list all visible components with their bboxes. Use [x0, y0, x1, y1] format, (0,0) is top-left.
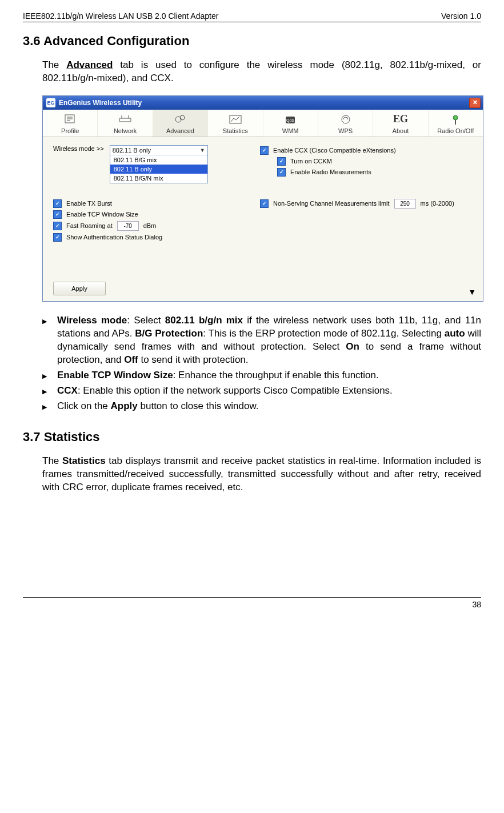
close-icon[interactable]: ✕ — [469, 98, 481, 108]
svg-rect-4 — [119, 118, 131, 122]
tab-label: Statistics — [223, 127, 248, 134]
tab-radio[interactable]: Radio On/Off — [429, 110, 483, 137]
enable-ccx-checkbox[interactable]: ✓ — [260, 146, 269, 155]
enable-ccx-label: Enable CCX (Cisco Compatible eXtensions) — [273, 147, 396, 154]
bullet-wireless-mode: Wireless mode: Select 802.11 b/g/n mix i… — [57, 314, 481, 367]
wireless-opt[interactable]: 802.11 B only — [110, 165, 207, 174]
enable-tcp-window-checkbox[interactable]: ✓ — [53, 210, 62, 219]
bullet-apply: Click on the Apply button to close this … — [57, 400, 481, 413]
tab-label: About — [393, 127, 409, 134]
header-left: IEEE802.11b/g/n Wireless LAN USB 2.0 Cli… — [23, 11, 218, 21]
tab-wmm[interactable]: QoS WMM — [263, 110, 318, 137]
page-number: 38 — [472, 600, 481, 609]
tab-label: WPS — [338, 127, 353, 134]
about-icon: EG — [393, 113, 409, 126]
tab-strip: Profile Network Advanced Statistics — [43, 110, 483, 137]
qos-icon: QoS — [282, 113, 298, 126]
tab-label: Advanced — [166, 127, 194, 134]
tab-statistics[interactable]: Statistics — [208, 110, 263, 137]
fast-roaming-input[interactable]: -70 — [117, 221, 139, 231]
tab-label: WMM — [282, 127, 299, 134]
bullet-ccx: CCX: Enable this option if the network s… — [57, 385, 481, 398]
tab-wps[interactable]: WPS — [318, 110, 373, 137]
wps-icon — [338, 113, 354, 126]
collapse-icon[interactable]: ▼ — [468, 287, 476, 297]
fast-roaming-suffix: dBm — [143, 222, 157, 229]
svg-point-13 — [453, 115, 458, 120]
chevron-down-icon: ▼ — [200, 147, 205, 153]
wireless-opt[interactable]: 802.11 B/G mix — [110, 155, 207, 165]
tab-advanced[interactable]: Advanced — [153, 110, 208, 137]
fast-roaming-label: Fast Roaming at — [66, 222, 113, 229]
wireless-mode-select[interactable]: 802.11 B only ▼ 802.11 B/G mix 802.11 B … — [110, 145, 208, 183]
wireless-mode-current: 802.11 B only — [113, 147, 151, 154]
nscm-checkbox[interactable]: ✓ — [260, 199, 269, 208]
page-footer: 38 — [23, 597, 481, 609]
section-37-heading: 3.7 Statistics — [23, 430, 481, 444]
apply-button[interactable]: Apply — [53, 282, 106, 295]
section-36-intro: The Advanced tab is used to configure th… — [23, 59, 481, 85]
turn-on-cckm-label: Turn on CCKM — [290, 158, 332, 165]
profile-icon — [62, 113, 78, 126]
nscm-suffix: ms (0-2000) — [421, 200, 454, 207]
enable-tx-burst-checkbox[interactable]: ✓ — [53, 199, 62, 208]
turn-on-cckm-checkbox[interactable]: ✓ — [277, 157, 286, 166]
title-bar: EG EnGenius Wireless Utility ✕ — [43, 96, 483, 110]
window-title: EnGenius Wireless Utility — [59, 99, 142, 107]
wireless-mode-label: Wireless mode >> — [53, 145, 104, 152]
svg-text:QoS: QoS — [286, 118, 294, 123]
tab-network[interactable]: Network — [98, 110, 153, 137]
nscm-input[interactable]: 250 — [394, 199, 416, 209]
advanced-bullet-list: Wireless mode: Select 802.11 b/g/n mix i… — [23, 314, 481, 413]
engenius-utility-window: EG EnGenius Wireless Utility ✕ Profile N… — [42, 95, 483, 302]
wireless-opt[interactable]: 802.11 B/G/N mix — [110, 174, 207, 183]
tab-label: Network — [114, 127, 137, 134]
statistics-word: Statistics — [62, 455, 106, 466]
show-auth-label: Show Authentication Status Dialog — [66, 234, 162, 241]
fast-roaming-checkbox[interactable]: ✓ — [53, 222, 62, 230]
tab-about[interactable]: EG About — [373, 110, 428, 137]
network-icon — [117, 113, 133, 126]
radio-icon — [447, 113, 463, 126]
enable-tx-burst-label: Enable TX Burst — [66, 200, 112, 207]
enable-tcp-window-label: Enable TCP Window Size — [66, 211, 138, 218]
gear-icon — [172, 113, 188, 126]
tab-label: Radio On/Off — [437, 127, 474, 134]
show-auth-checkbox[interactable]: ✓ — [53, 233, 62, 242]
section-36-heading: 3.6 Advanced Configuration — [23, 34, 481, 49]
header-right: Version 1.0 — [441, 11, 481, 21]
bullet-tcp-window: Enable TCP Window Size: Enhance the thro… — [57, 369, 481, 382]
enable-radio-meas-checkbox[interactable]: ✓ — [277, 168, 286, 177]
statistics-icon — [227, 113, 243, 126]
tab-label: Profile — [61, 127, 79, 134]
advanced-content: Wireless mode >> 802.11 B only ▼ 802.11 … — [43, 137, 483, 301]
svg-point-12 — [342, 115, 350, 123]
app-logo: EG — [46, 98, 55, 107]
nscm-label: Non-Serving Channel Measurements limit — [273, 200, 390, 207]
section-37-body: The Statistics tab displays transmit and… — [23, 455, 481, 494]
tab-profile[interactable]: Profile — [43, 110, 98, 137]
advanced-word: Advanced — [66, 59, 113, 70]
enable-radio-meas-label: Enable Radio Measurements — [290, 169, 371, 175]
page-header: IEEE802.11b/g/n Wireless LAN USB 2.0 Cli… — [23, 11, 481, 22]
